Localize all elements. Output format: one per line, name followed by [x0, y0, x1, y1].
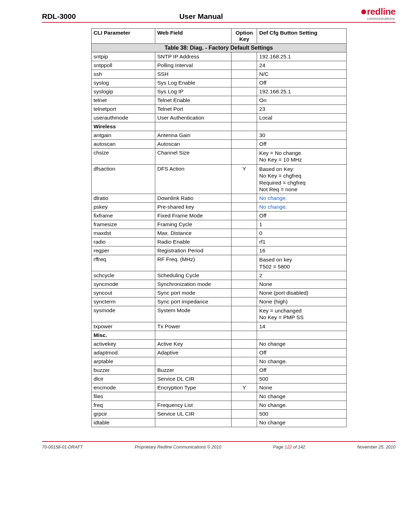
- header-rule: [42, 22, 396, 23]
- cell-cli: chsize: [91, 149, 155, 165]
- cell-cli: autoscan: [91, 140, 155, 149]
- cell-def: rf1: [257, 238, 346, 246]
- table-row: regperRegistration Period16: [91, 246, 346, 255]
- cell-web: Frequency List: [155, 401, 232, 409]
- cell-def: 23: [257, 105, 346, 114]
- table-row: dfsactionDFS ActionYBased on Key:No Key …: [91, 164, 346, 194]
- cell-key: [232, 122, 257, 131]
- logo-subtext: communications: [367, 16, 394, 21]
- cell-cli: pskey: [91, 203, 155, 211]
- table-row: Misc.: [91, 331, 346, 339]
- table-row: antgainAntenna Gain30: [91, 131, 346, 140]
- cell-def: 2: [257, 271, 346, 280]
- cell-cli: syslog: [91, 79, 155, 87]
- table-row: fixframeFixed Frame ModeOff: [91, 211, 346, 220]
- footer-page-of: of 142: [292, 445, 305, 450]
- cell-web: Antenna Gain: [155, 131, 232, 140]
- cell-web: DFS Action: [155, 164, 232, 194]
- col-header-cli: CLI Parameter: [91, 29, 155, 44]
- cell-def: Off: [257, 79, 346, 87]
- cell-key: [232, 374, 257, 383]
- cell-cli: radio: [91, 238, 155, 246]
- cell-key: [232, 105, 257, 114]
- cell-web: Downlink Ratio: [155, 194, 232, 203]
- doc-title: User Manual: [76, 12, 361, 21]
- cell-cli: schcycle: [91, 271, 155, 280]
- cell-cli: ssh: [91, 70, 155, 79]
- cell-key: [232, 61, 257, 70]
- footer-date: November 25, 2010: [357, 445, 396, 450]
- cell-key: [232, 246, 257, 255]
- footer-page-number: 122: [285, 445, 292, 450]
- cell-key: [232, 297, 257, 306]
- table-row: schcycleScheduling Cycle2: [91, 271, 346, 280]
- cell-def: N/C: [257, 70, 346, 79]
- cell-key: [232, 322, 257, 331]
- cell-cli: sysmode: [91, 306, 155, 322]
- table-row: chsizeChannel SizeKey = No changeNo Key …: [91, 149, 346, 165]
- cell-cli: fixframe: [91, 211, 155, 220]
- cell-def: None (port disabled): [257, 289, 346, 297]
- cell-def: 16: [257, 246, 346, 255]
- cell-def: No change.: [257, 357, 346, 366]
- table-row: syncmodeSynchronization modeNone: [91, 280, 346, 289]
- cell-key: [232, 131, 257, 140]
- cell-cli: arptable: [91, 357, 155, 366]
- table-row: sysmodeSystem ModeKey = unchangedNo Key …: [91, 306, 346, 322]
- cell-key: Y: [232, 383, 257, 392]
- table-row: dlratioDownlink RatioNo change.: [91, 194, 346, 203]
- cell-def: Key = unchangedNo Key = PMP SS: [257, 306, 346, 322]
- cell-def: 192.168.25.1: [257, 52, 346, 61]
- cell-cli: Wireless: [91, 122, 155, 131]
- cell-web: Tx Power: [155, 322, 232, 331]
- cell-key: [232, 70, 257, 79]
- table-row: filesNo change: [91, 392, 346, 401]
- cell-def: None: [257, 280, 346, 289]
- cell-cli: syslogip: [91, 87, 155, 96]
- cell-def: Local: [257, 114, 346, 122]
- cell-def: No change: [257, 392, 346, 401]
- cell-def: Key = No changeNo Key = 10 MHz: [257, 149, 346, 165]
- cell-key: [232, 348, 257, 357]
- table-row: arptableNo change.: [91, 357, 346, 366]
- cell-web: Registration Period: [155, 246, 232, 255]
- cell-cli: encmode: [91, 383, 155, 392]
- cell-web: [155, 418, 232, 427]
- table-row: sshSSHN/C: [91, 70, 346, 79]
- cell-cli: dlratio: [91, 194, 155, 203]
- table-row: Wireless: [91, 122, 346, 131]
- cell-cli: sntppoll: [91, 61, 155, 70]
- table-row: encmodeEncryption TypeYNone: [91, 383, 346, 392]
- cell-cli: telnetport: [91, 105, 155, 114]
- cell-def: 0: [257, 229, 346, 238]
- cell-key: [232, 366, 257, 374]
- cell-key: [232, 409, 257, 418]
- cell-web: Framing Cycle: [155, 220, 232, 229]
- cell-key: [232, 211, 257, 220]
- cell-cli: rffreq: [91, 255, 155, 271]
- cell-web: Telnet Port: [155, 105, 232, 114]
- cell-key: [232, 392, 257, 401]
- cell-cli: maxdst: [91, 229, 155, 238]
- cell-def: Off: [257, 366, 346, 374]
- cell-key: [232, 87, 257, 96]
- cell-web: Active Key: [155, 339, 232, 348]
- table-row: maxdstMax. Distance0: [91, 229, 346, 238]
- cell-def: No change.: [257, 194, 346, 203]
- cell-cli: framesize: [91, 220, 155, 229]
- cell-def: None (high): [257, 297, 346, 306]
- cell-cli: idtable: [91, 418, 155, 427]
- cell-key: [232, 220, 257, 229]
- cell-def: Based on Key:No Key = chgfreqRequired = …: [257, 164, 346, 194]
- cell-def: 30: [257, 131, 346, 140]
- cell-def: 14: [257, 322, 346, 331]
- table-row: telnetTelnet EnableOn: [91, 96, 346, 105]
- cell-def: On: [257, 96, 346, 105]
- cell-key: [232, 114, 257, 122]
- footer-page-prefix: Page: [273, 445, 285, 450]
- table-row: txpowerTx Power14: [91, 322, 346, 331]
- cell-web: Synchronization mode: [155, 280, 232, 289]
- cell-key: [232, 339, 257, 348]
- cell-web: Sys Log IP: [155, 87, 232, 96]
- footer-page: Page 122 of 142: [273, 445, 305, 450]
